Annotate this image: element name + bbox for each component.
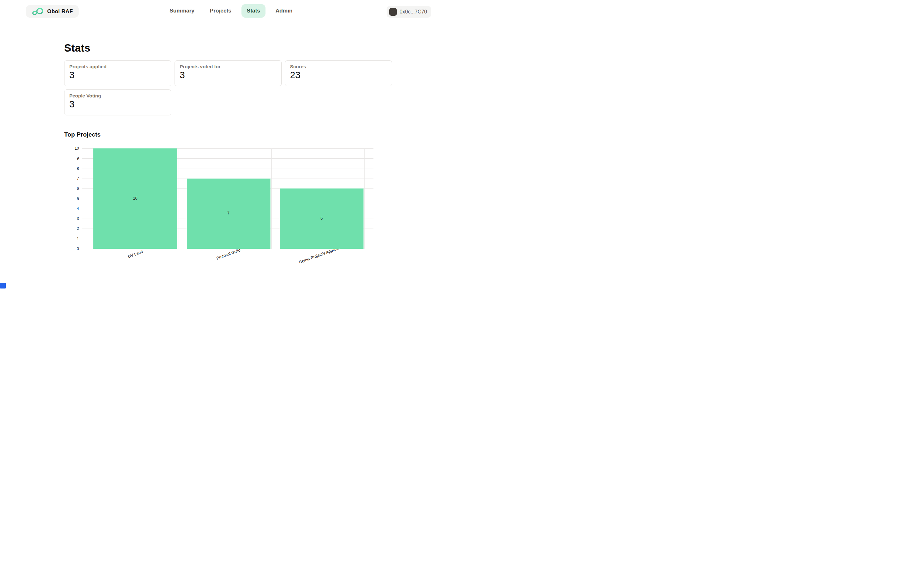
x-axis-label: DV Land <box>127 250 144 259</box>
category-separator-line <box>271 148 272 249</box>
y-axis-tick-label: 10 <box>67 146 79 151</box>
dev-badge[interactable] <box>0 283 6 288</box>
y-axis-tick-label: 3 <box>67 216 79 221</box>
y-axis-tick-label: 1 <box>67 237 79 241</box>
x-axis-label: Protocol Guild <box>216 248 241 261</box>
y-axis-tick-label: 0 <box>67 247 79 251</box>
y-axis-tick-label: 7 <box>67 176 79 181</box>
bar-value-label: 6 <box>320 216 323 221</box>
y-axis-tick-label: 2 <box>67 226 79 231</box>
category-separator-line <box>178 148 178 249</box>
top-projects-chart: 109876543210DV Land10Protocol Guild7Remi… <box>0 0 462 288</box>
y-axis-tick-label: 4 <box>67 206 79 211</box>
bar-value-label: 10 <box>133 196 137 201</box>
y-axis-tick-label: 9 <box>67 156 79 161</box>
bar-value-label: 7 <box>228 211 230 215</box>
y-axis-tick-label: 6 <box>67 186 79 191</box>
y-axis-tick-label: 8 <box>67 166 79 171</box>
y-axis-tick-label: 5 <box>67 197 79 201</box>
page: Obol RAF SummaryProjectsStatsAdmin 0x0c.… <box>0 0 462 288</box>
